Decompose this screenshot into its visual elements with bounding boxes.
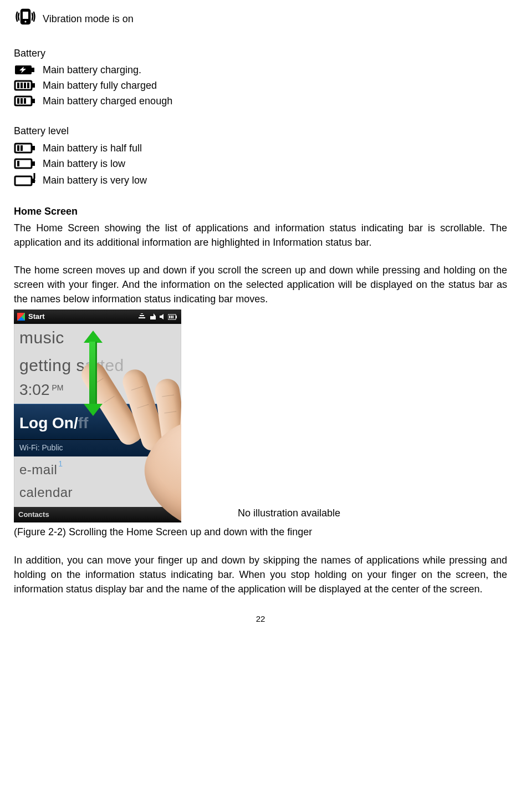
paragraph-home-1: The Home Screen showing the list of appl… bbox=[14, 221, 507, 250]
svg-rect-4 bbox=[32, 68, 34, 72]
svg-rect-1 bbox=[23, 12, 28, 19]
svg-rect-31 bbox=[171, 316, 172, 318]
vibration-icon bbox=[14, 7, 37, 31]
svg-rect-24 bbox=[15, 176, 32, 185]
battery-full-icon bbox=[14, 79, 37, 92]
svg-rect-29 bbox=[176, 316, 177, 318]
page-number: 22 bbox=[14, 613, 507, 625]
svg-rect-23 bbox=[17, 161, 19, 166]
svg-rect-14 bbox=[17, 98, 19, 104]
svg-rect-19 bbox=[17, 145, 19, 151]
battery-charging-icon bbox=[14, 63, 37, 77]
svg-rect-7 bbox=[32, 83, 35, 88]
icon-row-half: Main battery is half full bbox=[14, 141, 507, 155]
text-verylow: Main battery is very low bbox=[43, 173, 147, 187]
svg-rect-9 bbox=[21, 83, 23, 88]
svg-rect-18 bbox=[32, 146, 35, 150]
icon-row-vibration: Vibration mode is on bbox=[14, 7, 507, 31]
svg-point-2 bbox=[24, 21, 26, 22]
icon-row-fully: Main battery fully charged bbox=[14, 78, 507, 93]
text-no-illustration: No illustration available bbox=[188, 506, 340, 522]
svg-rect-16 bbox=[24, 98, 26, 104]
paragraph-home-3: In addition, you can move your finger up… bbox=[14, 553, 507, 596]
icon-row-charging: Main battery charging. bbox=[14, 63, 507, 77]
phone-start-label: Start bbox=[28, 312, 45, 322]
text-enough: Main battery charged enough bbox=[43, 94, 172, 108]
heading-battery-level: Battery level bbox=[14, 124, 507, 138]
figure-2-2: Start music getting sarted 3:02PM Log On… bbox=[14, 309, 507, 522]
svg-rect-30 bbox=[169, 316, 170, 318]
battery-enough-icon bbox=[14, 95, 37, 107]
paragraph-home-2: The home screen moves up and down if you… bbox=[14, 263, 507, 306]
icon-row-verylow: Main battery is very low bbox=[14, 173, 507, 187]
phone-status-icons bbox=[138, 313, 178, 320]
windows-flag-icon bbox=[17, 313, 25, 321]
figure-caption: (Figure 2-2) Scrolling the Home Screen u… bbox=[14, 525, 507, 539]
svg-rect-10 bbox=[24, 83, 26, 88]
svg-rect-22 bbox=[32, 161, 35, 166]
text-half: Main battery is half full bbox=[43, 141, 142, 155]
phone-mockup: Start music getting sarted 3:02PM Log On… bbox=[14, 309, 181, 522]
scroll-arrow-icon bbox=[86, 332, 100, 415]
svg-rect-11 bbox=[27, 83, 29, 88]
svg-rect-15 bbox=[21, 98, 23, 104]
text-charging: Main battery charging. bbox=[43, 63, 141, 77]
finger-illustration bbox=[108, 354, 181, 498]
svg-point-27 bbox=[33, 180, 35, 182]
svg-rect-32 bbox=[172, 316, 173, 318]
text-low: Main battery is low bbox=[43, 156, 125, 171]
battery-low-icon bbox=[14, 158, 37, 170]
phone-bottombar: Contacts bbox=[14, 507, 181, 522]
svg-rect-8 bbox=[17, 83, 19, 88]
heading-home-screen: Home Screen bbox=[14, 204, 507, 219]
battery-verylow-icon bbox=[14, 173, 37, 187]
battery-half-icon bbox=[14, 142, 37, 154]
phone-topbar: Start bbox=[14, 309, 181, 324]
heading-battery: Battery bbox=[14, 46, 507, 60]
svg-rect-20 bbox=[21, 145, 23, 151]
svg-rect-13 bbox=[32, 99, 35, 103]
icon-row-enough: Main battery charged enough bbox=[14, 94, 507, 108]
text-fully: Main battery fully charged bbox=[43, 78, 157, 93]
text-vibration: Vibration mode is on bbox=[43, 12, 134, 26]
icon-row-low: Main battery is low bbox=[14, 156, 507, 171]
